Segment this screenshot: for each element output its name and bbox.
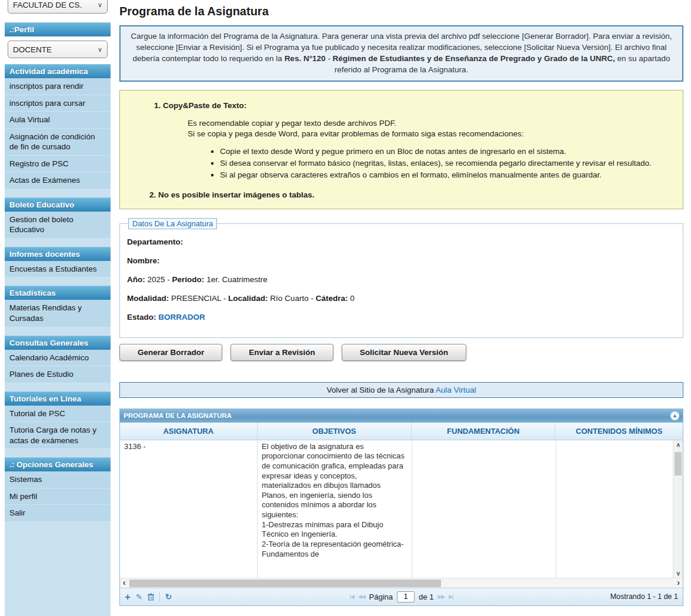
faculty-select[interactable]: FACULTAD DE CS. ∨ xyxy=(8,0,108,14)
intro-bold-res: Res. N°120 xyxy=(285,54,326,63)
sidebar-header-consultas: Consultas Generales xyxy=(5,336,111,350)
page: FACULTAD DE CS. ∨ .:Perfil DOCENTE ∨ Act… xyxy=(0,0,691,616)
sidebar: FACULTAD DE CS. ∨ .:Perfil DOCENTE ∨ Act… xyxy=(5,0,111,616)
anio-periodo-line: Año: 2025 - Período: 1er. Cuatrimestre xyxy=(127,275,676,284)
sidebar-item-sistemas[interactable]: Sistemas xyxy=(5,471,111,488)
last-page-icon[interactable]: ▶| xyxy=(449,594,453,600)
cell-fundamentacion xyxy=(412,440,556,578)
sidebar-item-mi-perfil[interactable]: Mi perfil xyxy=(5,488,111,505)
sidebar-item-tutorial-psc[interactable]: Tutorial de PSC xyxy=(5,406,111,423)
sidebar-gap xyxy=(5,327,111,336)
edit-icon[interactable]: ✎ xyxy=(136,593,142,601)
pager-nav: |◀ ◀◀ Página de 1 ▶▶ ▶| xyxy=(349,591,453,602)
profile-select-wrap: DOCENTE ∨ xyxy=(5,36,111,64)
vertical-scrollbar[interactable]: ∧ ∨ xyxy=(673,440,683,578)
faculty-select-value: FACULTAD DE CS. xyxy=(13,1,82,9)
grid-header-row: ASIGNATURA OBJETIVOS FUNDAMENTACIÓN CONT… xyxy=(120,423,683,440)
sidebar-header-actividad: Actividad académica xyxy=(5,64,111,78)
scroll-right-icon[interactable]: › xyxy=(677,578,680,588)
sidebar-header-boleto: Boleto Educativo xyxy=(5,197,111,212)
grid-title-bar: PROGRAMA DE LA ASIGNATURA ▲ xyxy=(120,409,683,423)
table-row[interactable]: 3136 - El objetivo de la asignatura es p… xyxy=(120,440,683,578)
horizontal-scrollbar[interactable]: ‹ › xyxy=(120,578,683,588)
column-header-contenidos[interactable]: CONTENIDOS MÍNIMOS xyxy=(555,423,683,440)
cell-contenidos xyxy=(556,440,674,578)
horizontal-scroll-thumb[interactable] xyxy=(129,580,441,587)
sidebar-item-asignacion-condicion[interactable]: Asignación de condición de fin de cursad… xyxy=(5,129,111,156)
cell-asignatura: 3136 - xyxy=(120,440,258,578)
anio-value: 2025 xyxy=(148,275,165,284)
page-number-input[interactable] xyxy=(397,591,415,602)
refresh-icon[interactable]: ↻ xyxy=(165,592,172,601)
next-page-icon[interactable]: ▶▶ xyxy=(438,594,445,600)
sidebar-item-gestion-boleto[interactable]: Gestion del boleto Educativo xyxy=(5,212,111,239)
localidad-label: Localidad: xyxy=(228,294,268,303)
note-bullet: Copie el texto desde Word y pegue primer… xyxy=(220,146,677,157)
nombre-line: Nombre: xyxy=(127,256,676,265)
column-header-objetivos[interactable]: OBJETIVOS xyxy=(258,423,412,440)
note-line-1: Es recomendable copiar y pegar texto des… xyxy=(188,119,396,128)
sidebar-item-planes-estudio[interactable]: Planes de Estudio xyxy=(5,366,111,383)
note-item-1-title: 1. Copy&Paste de Texto: xyxy=(154,101,677,110)
sidebar-item-salir[interactable]: Salir xyxy=(5,505,111,522)
collapse-icon[interactable]: ▲ xyxy=(670,411,679,420)
vertical-scroll-thumb[interactable] xyxy=(675,452,682,476)
chevron-down-icon: ∨ xyxy=(98,1,102,9)
sidebar-header-perfil: .:Perfil xyxy=(5,22,111,36)
volver-text: Volver al Sitio de la Asignatura xyxy=(326,386,433,394)
sidebar-gap xyxy=(5,383,111,391)
sidebar-item-calendario[interactable]: Calendario Académico xyxy=(5,350,111,367)
generar-borrador-button[interactable]: Generar Borrador xyxy=(119,344,222,361)
note-paragraph: Es recomendable copiar y pegar texto des… xyxy=(188,118,677,139)
toolbar-divider xyxy=(159,592,160,601)
pager-toolbar: + ✎ ↻ xyxy=(125,592,172,602)
note-bullet: Si desea conservar el formato básico (ne… xyxy=(220,158,677,169)
sidebar-item-encuestas[interactable]: Encuestas a Estudiantes xyxy=(5,261,111,278)
pagina-label: Página xyxy=(369,592,393,601)
cell-objetivos: El objetivo de la asignatura es proporci… xyxy=(258,440,412,578)
sidebar-item-tutoria-carga-notas[interactable]: Tutoria Carga de notas y actas de exámen… xyxy=(5,422,111,449)
main-content: Programa de la Asignatura Cargue la info… xyxy=(119,0,683,606)
sidebar-item-materias-rendidas[interactable]: Materias Rendidas y Cursadas xyxy=(5,300,111,327)
sidebar-item-aula-virtual[interactable]: Aula Virtual xyxy=(5,112,111,129)
periodo-label: Período: xyxy=(172,275,205,284)
datos-legend: Datos De La Asignatura xyxy=(128,218,217,229)
sidebar-item-inscriptos-rendir[interactable]: inscriptos para rendir xyxy=(5,78,111,95)
column-header-asignatura[interactable]: ASIGNATURA xyxy=(120,423,258,440)
scroll-left-icon[interactable]: ‹ xyxy=(123,578,126,588)
dash: - xyxy=(167,275,170,284)
profile-select[interactable]: DOCENTE ∨ xyxy=(8,41,108,58)
sidebar-gap xyxy=(5,449,111,457)
volver-bar: Volver al Sitio de la Asignatura Aula Vi… xyxy=(119,382,683,398)
grid-title: PROGRAMA DE LA ASIGNATURA xyxy=(123,412,232,419)
sidebar-header-informes: Informes docentes xyxy=(5,247,111,261)
estado-badge: BORRADOR xyxy=(158,313,205,322)
intro-message: Cargue la información del Programa de la… xyxy=(119,25,683,82)
datos-asignatura-fieldset: Datos De La Asignatura Departamento: Nom… xyxy=(119,218,683,338)
sidebar-gap xyxy=(5,189,111,197)
scroll-up-icon[interactable]: ∧ xyxy=(673,441,683,448)
dash: - xyxy=(311,294,313,303)
sidebar-item-actas-examenes[interactable]: Actas de Exámenes xyxy=(5,172,111,189)
scroll-down-icon[interactable]: ∨ xyxy=(673,570,683,577)
sidebar-item-registro-psc[interactable]: Registro de PSC xyxy=(5,156,111,173)
sidebar-gap xyxy=(5,239,111,247)
first-page-icon[interactable]: |◀ xyxy=(349,594,353,600)
enviar-revision-button[interactable]: Enviar a Revisión xyxy=(231,344,333,361)
note-line-2: Si se copia y pega desde Word, para evit… xyxy=(188,129,524,138)
estado-line: Estado: BORRADOR xyxy=(127,313,676,322)
modalidad-label: Modalidad: xyxy=(127,294,169,303)
delete-icon[interactable] xyxy=(148,593,154,601)
aula-virtual-link[interactable]: Aula Virtual xyxy=(436,386,476,394)
estado-label: Estado: xyxy=(127,313,156,322)
prev-page-icon[interactable]: ◀◀ xyxy=(358,594,365,600)
sidebar-header-opciones: .: Opciones Generales xyxy=(5,457,111,471)
sidebar-item-inscriptos-cursar[interactable]: inscriptos para cursar xyxy=(5,95,111,112)
solicitar-nueva-version-button[interactable]: Solicitar Nueva Versión xyxy=(342,344,466,361)
column-header-fundamentacion[interactable]: FUNDAMENTACIÓN xyxy=(412,423,555,440)
profile-select-value: DOCENTE xyxy=(13,45,52,54)
add-icon[interactable]: + xyxy=(125,592,131,602)
intro-bold-regimen: Régimen de Estudiantes y de Enseñanza de… xyxy=(333,54,615,63)
grid-pager-bar: + ✎ ↻ |◀ ◀◀ Página xyxy=(120,588,683,605)
nombre-label: Nombre: xyxy=(127,256,160,265)
